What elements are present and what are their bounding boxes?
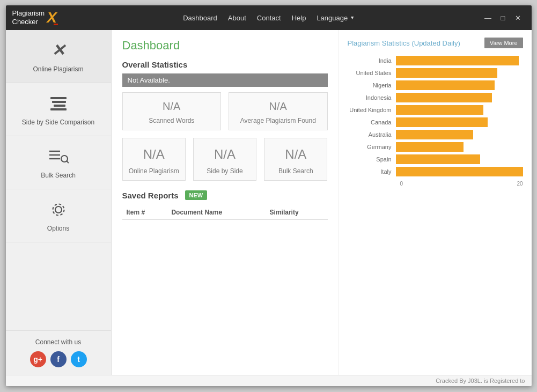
bar-row: Australia [348,130,523,139]
sidebar: ✕ Online Plagiarism Side by Side Compari… [6,30,112,375]
nav-contact[interactable]: Contact [257,14,281,22]
sidebar-item-side-by-side[interactable]: Side by Side Comparison [6,83,111,136]
sidebar-label-side-by-side: Side by Side Comparison [22,119,94,126]
maximize-button[interactable]: □ [496,11,510,24]
minimize-button[interactable]: — [481,11,495,24]
side-by-side-icon [48,93,69,114]
bar-row: Canada [348,117,523,127]
logo-x-icon: X [47,9,57,26]
avg-plagiarism-box: N/A Average Plagiarism Found [229,92,328,130]
bar-label: United Kingdom [348,107,396,113]
bar-label: Spain [348,156,396,162]
chart-title: Plagiarism Statistics (Updated Daily) [348,39,460,47]
bar-label: Australia [348,131,396,138]
twitter-icon[interactable]: t [71,351,87,367]
nav-dashboard[interactable]: Dashboard [183,14,217,22]
online-plagiarism-stat-value: N/A [128,147,180,162]
layers-icon [50,97,67,110]
bar-row: United States [348,68,523,78]
bar-container [396,130,523,139]
social-icons: g+ f t [30,351,87,367]
sidebar-item-bulk-search[interactable]: Bulk Search [6,136,111,189]
saved-reports-section: Saved Reports NEW Item # Document Name S… [122,190,328,220]
bar-label: Nigeria [348,82,396,88]
sidebar-label-online-plagiarism: Online Plagiarism [33,65,83,73]
bar-label: Indonesia [348,94,396,101]
bar-container [396,142,523,152]
bar-fill [396,56,519,65]
connect-label: Connect with us [35,338,81,346]
col-doc-name: Document Name [167,205,265,220]
x-icon: ✕ [52,42,65,58]
bar-row: Indonesia [348,93,523,102]
nav-about[interactable]: About [228,14,246,22]
reports-table: Item # Document Name Similarity [122,205,328,220]
sidebar-item-online-plagiarism[interactable]: ✕ Online Plagiarism [6,30,111,83]
sidebar-connect: Connect with us g+ f t [6,330,111,375]
bar-container [396,80,523,90]
bar-fill [396,130,474,139]
saved-reports-title: Saved Reports [122,191,179,200]
dashboard-area: Dashboard Overall Statistics Not Availab… [112,30,339,375]
bar-fill [396,68,498,78]
svg-point-5 [55,206,62,213]
logo: Plagiarism Checker X [12,9,57,26]
main-content: ✕ Online Plagiarism Side by Side Compari… [6,30,532,375]
chart-header: Plagiarism Statistics (Updated Daily) Vi… [348,38,523,48]
svg-line-4 [67,161,69,163]
footer-text: Cracked By J03L. is Registered to [436,378,525,384]
svg-point-6 [53,204,64,216]
bulk-search-icon [48,146,69,167]
bar-label: Canada [348,119,396,125]
bar-container [396,154,523,164]
facebook-icon[interactable]: f [50,351,67,367]
scanned-words-value: N/A [128,100,216,113]
side-by-side-stat-label: Side by Side [199,167,251,175]
bar-fill [396,167,523,176]
side-by-side-stat-value: N/A [199,147,251,162]
app-window: Plagiarism Checker X Dashboard About Con… [6,5,532,386]
online-plagiarism-stat-label: Online Plagiarism [128,167,180,175]
bar-container [396,117,523,127]
online-plagiarism-icon: ✕ [48,40,69,61]
axis-min: 0 [400,181,403,187]
bar-container [396,68,523,78]
bar-fill [396,142,464,152]
online-plagiarism-stat-box: N/A Online Plagiarism [122,138,186,181]
bulk-search-stat-box: N/A Bulk Search [264,138,327,181]
bar-row: Germany [348,142,523,152]
not-available-bar: Not Available. [122,73,328,87]
google-plus-icon[interactable]: g+ [30,351,46,367]
nav-help[interactable]: Help [292,14,306,22]
chart-area: Plagiarism Statistics (Updated Daily) Vi… [339,30,532,375]
col-item-num: Item # [122,205,167,220]
bar-fill [396,80,495,90]
content-area: Dashboard Overall Statistics Not Availab… [112,30,532,375]
stats-row-bottom: N/A Online Plagiarism N/A Side by Side N… [122,138,328,181]
language-dropdown-arrow: ▼ [350,15,355,20]
bar-fill [396,117,488,127]
logo-text: Plagiarism Checker [12,9,45,26]
bar-container [396,56,523,65]
sidebar-spacer [6,242,111,330]
bar-row: Nigeria [348,80,523,90]
title-bar-left: Plagiarism Checker X [12,9,57,26]
bar-label: Germany [348,144,396,150]
bar-container [396,167,523,176]
scanned-words-label: Scanned Words [128,117,216,124]
options-icon [48,199,69,220]
avg-plagiarism-label: Average Plagiarism Found [234,117,322,124]
scanned-words-box: N/A Scanned Words [122,92,222,130]
bar-fill [396,105,483,115]
nav-language[interactable]: Language ▼ [317,14,355,22]
close-button[interactable]: ✕ [511,11,525,24]
overall-stats-section: Overall Statistics Not Available. N/A Sc… [122,60,328,181]
footer-bar: Cracked By J03L. is Registered to [6,375,532,386]
sidebar-item-options[interactable]: Options [6,189,111,242]
bar-label: United States [348,70,396,76]
view-more-button[interactable]: View More [484,38,523,48]
nav-bar: Dashboard About Contact Help Language ▼ [183,14,355,22]
bulk-search-stat-label: Bulk Search [270,167,321,175]
bar-row: Italy [348,167,523,176]
axis-line: 0 20 [400,180,523,187]
